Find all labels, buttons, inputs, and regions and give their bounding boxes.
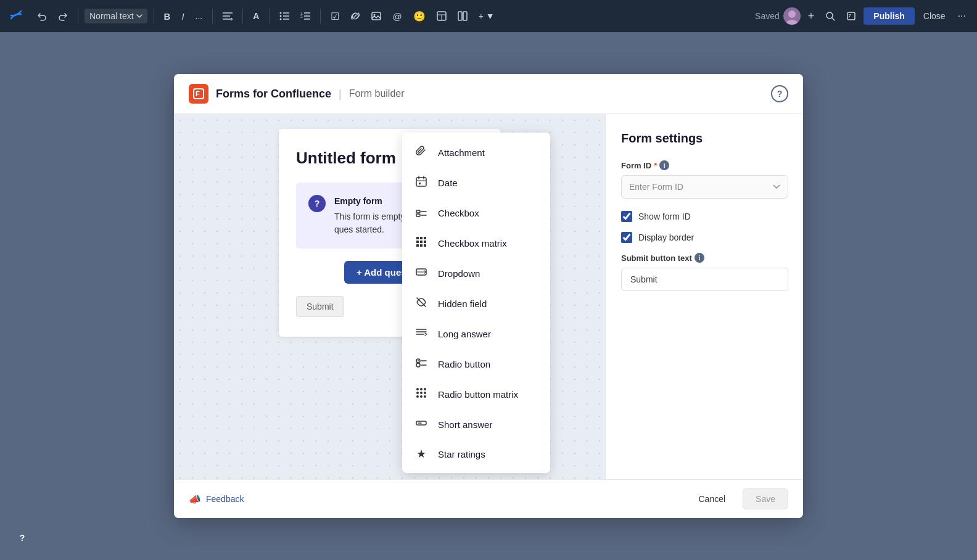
text-color-button[interactable]: A: [249, 9, 263, 23]
svg-line-51: [417, 298, 426, 307]
svg-point-66: [416, 395, 419, 398]
svg-rect-44: [420, 241, 423, 243]
hidden-field-icon: [414, 296, 428, 311]
dropdown-item-star-ratings[interactable]: ★ Star ratings: [402, 440, 550, 468]
dropdown-field-icon: [414, 266, 428, 281]
link-button[interactable]: [347, 9, 364, 23]
feedback-button[interactable]: 📣 Feedback: [189, 493, 244, 505]
show-form-id-row: Show form ID: [621, 211, 788, 222]
svg-line-25: [832, 18, 835, 20]
image-button[interactable]: [368, 9, 385, 23]
svg-point-22: [788, 10, 796, 18]
modal-header: F Forms for Confluence | Form builder ?: [174, 74, 803, 114]
italic-button[interactable]: I: [178, 9, 188, 24]
svg-point-6: [280, 19, 282, 20]
divider-4: [242, 9, 243, 23]
field-type-dropdown: Attachment Date: [402, 133, 550, 473]
svg-rect-48: [424, 244, 426, 247]
bullet-list-button[interactable]: [276, 9, 293, 23]
empty-state-icon: ?: [308, 195, 326, 212]
radio-matrix-label: Radio button matrix: [438, 389, 518, 400]
svg-rect-41: [420, 237, 423, 239]
user-avatar[interactable]: [783, 7, 801, 25]
dropdown-item-dropdown[interactable]: Dropdown: [402, 258, 550, 289]
page-area: F Forms for Confluence | Form builder ? …: [0, 32, 977, 560]
show-form-id-label: Show form ID: [638, 212, 691, 221]
svg-rect-15: [372, 12, 381, 20]
add-button[interactable]: +: [804, 7, 818, 25]
divider-1: [78, 9, 78, 23]
dropdown-item-radio-matrix[interactable]: Radio button matrix: [402, 379, 550, 410]
header-separator: |: [339, 88, 342, 101]
form-settings-panel: Form settings Form ID * i Enter Form ID …: [606, 114, 803, 479]
checkbox-matrix-label: Checkbox matrix: [438, 238, 507, 249]
submit-info-icon[interactable]: i: [695, 253, 704, 263]
submit-text-label: Submit button text i: [621, 253, 788, 263]
dropdown-item-short-answer[interactable]: Short answer: [402, 410, 550, 440]
svg-rect-35: [419, 183, 421, 184]
hidden-label: Hidden field: [438, 299, 487, 309]
align-button[interactable]: [219, 9, 236, 23]
text-format-select[interactable]: Normal text: [85, 9, 147, 23]
svg-rect-45: [424, 241, 426, 243]
task-button[interactable]: ☑: [327, 8, 343, 25]
dropdown-item-date[interactable]: Date: [402, 168, 550, 198]
dropdown-item-attachment[interactable]: Attachment: [402, 138, 550, 168]
form-id-info-icon[interactable]: i: [659, 160, 669, 170]
attachment-icon: [414, 145, 428, 160]
divider-3: [212, 9, 213, 23]
search-button[interactable]: [822, 9, 839, 23]
modal-footer: 📣 Feedback Cancel Save: [174, 479, 803, 518]
svg-point-4: [280, 12, 282, 14]
submit-text-input[interactable]: [621, 268, 788, 291]
cancel-button[interactable]: Cancel: [688, 489, 735, 509]
page-help-button[interactable]: ?: [12, 528, 32, 548]
layout-button[interactable]: [454, 9, 471, 23]
svg-rect-38: [416, 214, 420, 216]
more-format-button[interactable]: ...: [192, 9, 207, 23]
feedback-icon: 📣: [189, 493, 201, 505]
publish-button[interactable]: Publish: [864, 7, 915, 25]
svg-rect-40: [416, 237, 419, 239]
redo-button[interactable]: [54, 9, 72, 23]
dropdown-item-radio[interactable]: Radio button: [402, 349, 550, 379]
dropdown-item-long-answer[interactable]: Long answer: [402, 319, 550, 349]
app-name: Forms for Confluence: [216, 88, 331, 101]
svg-text:F: F: [196, 90, 200, 97]
close-button[interactable]: Close: [918, 9, 950, 23]
main-toolbar: Normal text B I ... A 1. 2.: [0, 0, 977, 32]
radio-icon: [414, 356, 428, 372]
svg-point-67: [420, 395, 423, 398]
svg-rect-43: [416, 241, 419, 243]
svg-point-68: [424, 395, 426, 398]
svg-text:2.: 2.: [300, 15, 303, 19]
svg-rect-47: [420, 244, 423, 247]
numbered-list-button[interactable]: 1. 2.: [297, 9, 314, 23]
form-id-select[interactable]: Enter Form ID: [621, 175, 788, 199]
save-button[interactable]: Save: [743, 488, 788, 509]
show-form-id-checkbox[interactable]: [621, 211, 632, 222]
notifications-button[interactable]: [843, 9, 860, 23]
mention-button[interactable]: @: [389, 9, 405, 24]
dropdown-item-checkbox-matrix[interactable]: Checkbox matrix: [402, 228, 550, 258]
dropdown-label: Dropdown: [438, 268, 480, 279]
dropdown-item-checkbox[interactable]: Checkbox: [402, 198, 550, 228]
insert-more-button[interactable]: + ▼: [475, 9, 498, 23]
svg-rect-46: [416, 244, 419, 247]
dropdown-item-hidden[interactable]: Hidden field: [402, 289, 550, 319]
table-button[interactable]: [433, 9, 450, 23]
checkbox-matrix-icon: [414, 236, 428, 251]
display-border-checkbox[interactable]: [621, 232, 632, 243]
divider-6: [320, 9, 321, 23]
attachment-label: Attachment: [438, 147, 485, 158]
checkbox-label: Checkbox: [438, 208, 479, 218]
bold-button[interactable]: B: [160, 9, 175, 24]
undo-button[interactable]: [33, 9, 51, 23]
toolbar-more-button[interactable]: ···: [954, 8, 970, 24]
display-border-row: Display border: [621, 232, 788, 243]
form-submit-preview: Submit: [296, 296, 344, 317]
emoji-button[interactable]: 🙂: [410, 8, 429, 25]
modal-body: Untitled form ? Empty form This form is …: [174, 114, 803, 479]
long-answer-icon: [414, 326, 428, 342]
help-button[interactable]: ?: [771, 85, 788, 102]
